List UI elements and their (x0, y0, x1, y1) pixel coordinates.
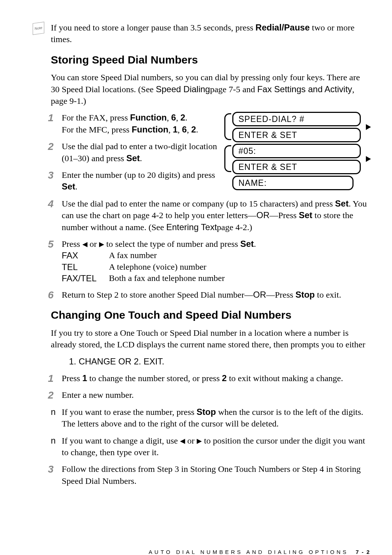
s1b: to change the number stored, or press (87, 374, 222, 383)
set-key: Set (62, 181, 75, 191)
page-number: 7 - 2 (356, 549, 370, 555)
left-arrow-icon (82, 242, 87, 247)
bullet-change-digit: If you want to change a digit, use or to… (51, 435, 370, 458)
step-num: 6 (48, 288, 54, 302)
lcd-choice-text: 1. CHANGE OR 2. EXIT. (69, 356, 370, 367)
function-key: Function (130, 113, 167, 122)
key-2: 2 (191, 125, 196, 134)
step-num: 5 (48, 237, 54, 251)
s2b: . (140, 154, 142, 163)
lcd-displays: SPEED-DIAL? # ENTER & SET #05: ENTER & S… (229, 112, 370, 196)
step-2: 2 Enter a new number. (51, 389, 370, 401)
step-num: 1 (48, 372, 54, 385)
key-2: 2 (222, 373, 226, 383)
key-2: 2 (180, 113, 185, 122)
arrow-right-icon (366, 156, 371, 162)
step-3: 3 Enter the number (up to 20 digits) and… (51, 169, 221, 193)
step-5: 5 Press or to select the type of number … (51, 238, 370, 284)
or-label: OR (253, 290, 266, 299)
type-fax-desc: A fax number (109, 250, 157, 261)
step-num: 4 (48, 197, 54, 211)
lcd-group-2: #05: ENTER & SET (229, 144, 370, 174)
or-label: OR (256, 210, 269, 220)
function-key: Function (132, 125, 168, 134)
b1a: If you want to erase the number, press (62, 407, 197, 417)
s3b: . (75, 182, 77, 191)
right-arrow-icon (197, 439, 202, 444)
bullet-erase: If you want to erase the number, press S… (51, 406, 370, 430)
sep: , (167, 113, 171, 122)
note-block: Note If you need to store a longer pause… (51, 22, 370, 45)
left-arrow-icon (180, 439, 185, 444)
type-tel-label: TEL (62, 261, 109, 273)
section1-steps-cont: 4 Use the dial pad to enter the name or … (51, 198, 370, 301)
link-entering-text: Entering Text (166, 222, 217, 232)
section2-intro: If you try to store a One Touch or Speed… (51, 327, 370, 351)
type-faxtel-label: FAX/TEL (62, 273, 109, 284)
set-key: Set (335, 199, 348, 208)
s1a: For the FAX, press (62, 113, 130, 122)
heading-changing-numbers: Changing One Touch and Speed Dial Number… (51, 308, 370, 323)
footer-text: AUTO DIAL NUMBERS AND DIALING OPTIONS (149, 549, 348, 555)
s1c: . (185, 113, 187, 122)
step-num: 1 (48, 111, 54, 125)
bracket-icon (224, 113, 231, 140)
key-6: 6 (171, 113, 176, 122)
key-1: 1 (82, 373, 87, 383)
s3: Follow the directions from Step 3 in Sto… (62, 464, 361, 485)
s2: Enter a new number. (62, 390, 134, 400)
step-2: 2 Use the dial pad to enter a two-digit … (51, 140, 221, 164)
s1c: to exit without making a change. (227, 374, 343, 383)
sep: , (187, 125, 191, 134)
lcd-group-1: SPEED-DIAL? # ENTER & SET (229, 112, 370, 142)
bracket-icon (224, 145, 231, 172)
step-num: 2 (48, 388, 54, 402)
s6c: to exit. (315, 290, 341, 299)
lcd-line: ENTER & SET (232, 160, 361, 174)
step-num: 3 (48, 462, 54, 476)
s1d: For the MFC, press (62, 125, 132, 134)
right-arrow-icon (99, 242, 104, 247)
step-1: 1 For the FAX, press Function, 6, 2. For… (51, 112, 221, 135)
b2a: If you want to change a digit, use (62, 436, 180, 445)
s4a: Use the dial pad to enter the name or co… (62, 199, 335, 208)
stop-key: Stop (295, 290, 315, 299)
redial-pause-button-label: Redial/Pause (256, 23, 310, 32)
step-num: 2 (48, 140, 54, 154)
s5b: or (87, 239, 99, 249)
note-icon: Note (33, 22, 44, 35)
intro-mid: page 7-5 and (210, 85, 257, 94)
set-key: Set (240, 239, 254, 249)
link-speed-dialing: Speed Dialing (156, 84, 210, 94)
s6b: —Press (266, 290, 295, 299)
section1-steps: 1 For the FAX, press Function, 6, 2. For… (51, 112, 221, 192)
lcd-line: #05: (232, 144, 361, 158)
s1a: Press (62, 374, 82, 383)
type-row: TELA telephone (voice) number (62, 261, 370, 273)
step-4: 4 Use the dial pad to enter the name or … (51, 198, 370, 233)
type-tel-desc: A telephone (voice) number (109, 261, 207, 273)
lcd-line: ENTER & SET (232, 128, 361, 142)
type-row: FAXA fax number (62, 250, 370, 261)
step-1: 1 Press 1 to change the number stored, o… (51, 372, 370, 384)
section2-steps-cont: 3 Follow the directions from Step 3 in S… (51, 463, 370, 487)
stop-key: Stop (197, 407, 216, 417)
section1-intro: You can store Speed Dial numbers, so you… (51, 72, 370, 107)
section2-steps: 1 Press 1 to change the number stored, o… (51, 372, 370, 401)
lcd-line: SPEED-DIAL? # (232, 112, 361, 126)
sep: , (176, 113, 180, 122)
step-6: 6 Return to Step 2 to store another Spee… (51, 289, 370, 301)
step-3: 3 Follow the directions from Step 3 in S… (51, 463, 370, 487)
s6a: Return to Step 2 to store another Speed … (62, 290, 253, 299)
note-text-pre: If you need to store a longer pause than… (51, 23, 256, 32)
lcd-group-3: NAME: (229, 176, 370, 190)
s5c: to select the type of number and press (104, 239, 240, 249)
s3a: Enter the number (up to 20 digits) and p… (62, 170, 215, 180)
lcd-line: NAME: (232, 176, 354, 190)
type-faxtel-desc: Both a fax and telephone number (109, 273, 225, 284)
set-key: Set (126, 153, 140, 163)
s5d: . (254, 239, 256, 249)
sep: , (168, 125, 173, 134)
section2-bullets: If you want to erase the number, press S… (51, 406, 370, 458)
heading-storing-speed-dial: Storing Speed Dial Numbers (51, 53, 370, 68)
